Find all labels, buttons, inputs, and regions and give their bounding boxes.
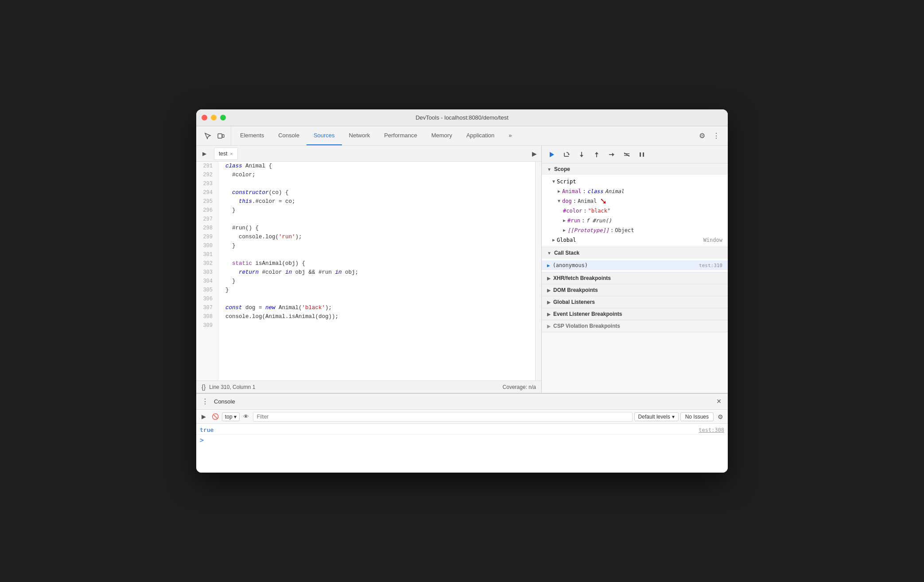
code-line-307: const dog = new Animal('black'); [225, 303, 535, 312]
format-button[interactable]: {} [202, 384, 206, 391]
console-line-true: true test:308 [196, 426, 728, 435]
no-issues-button[interactable]: No Issues [680, 412, 714, 421]
xhr-breakpoints-section: ▶ XHR/fetch Breakpoints [542, 272, 728, 284]
device-toolbar-button[interactable] [215, 130, 227, 142]
tab-sources[interactable]: Sources [307, 126, 342, 145]
tab-more[interactable]: » [501, 126, 519, 145]
dom-breakpoints-header[interactable]: ▶ DOM Breakpoints [542, 284, 728, 296]
global-listeners-section: ▶ Global Listeners [542, 296, 728, 308]
code-line-309 [225, 321, 535, 330]
scope-section: ▼ Scope ▼ Script ▶ Animal : [542, 163, 728, 247]
console-play-button[interactable]: ▶ [199, 412, 209, 422]
scope-script-header[interactable]: ▼ Script [542, 177, 728, 186]
step-over-button[interactable] [560, 148, 573, 161]
scope-animal[interactable]: ▶ Animal : class Animal [542, 186, 728, 196]
resume-button[interactable] [545, 148, 558, 161]
svg-rect-0 [218, 134, 222, 138]
callstack-active-icon: ▶ [547, 263, 550, 268]
csp-section: ▶ CSP Violation Breakpoints [542, 320, 728, 332]
select-element-button[interactable] [202, 130, 214, 142]
console-eye-button[interactable]: 👁 [241, 412, 251, 422]
global-listeners-header[interactable]: ▶ Global Listeners [542, 296, 728, 308]
scope-color: #color : "black" [542, 206, 728, 216]
scope-prototype[interactable]: ▶ [[Prototype]] : Object [542, 225, 728, 235]
xhr-breakpoints-header[interactable]: ▶ XHR/fetch Breakpoints [542, 272, 728, 284]
step-out-button[interactable] [590, 148, 603, 161]
event-listener-label: Event Listener Breakpoints [553, 311, 622, 317]
event-listener-arrow: ▶ [547, 312, 551, 317]
close-button[interactable] [202, 115, 207, 120]
editor-status-bar: {} Line 310, Column 1 Coverage: n/a [196, 380, 541, 393]
callstack-item-anonymous[interactable]: ▶ (anonymous) test:310 [542, 260, 728, 270]
deactivate-breakpoints-button[interactable] [621, 148, 633, 161]
step-button[interactable] [606, 148, 618, 161]
tab-memory[interactable]: Memory [424, 126, 459, 145]
console-prompt[interactable]: > [196, 435, 728, 446]
debugger-panel: ▼ Scope ▼ Script ▶ Animal : [542, 146, 728, 393]
minimize-button[interactable] [211, 115, 217, 120]
console-title: Console [214, 398, 235, 405]
scope-global[interactable]: ▶ Global Window [542, 235, 728, 245]
tab-elements[interactable]: Elements [233, 126, 271, 145]
console-filter-input[interactable] [253, 412, 633, 422]
scope-dog-key: dog [562, 197, 572, 205]
svg-rect-16 [640, 152, 641, 157]
editor-scrollbar[interactable] [535, 162, 541, 380]
console-settings-button[interactable]: ⚙ [715, 412, 725, 422]
tab-console[interactable]: Console [271, 126, 307, 145]
scope-dog[interactable]: ▼ dog : Animal ➘ [542, 196, 728, 206]
red-arrow-1: ➘ [600, 197, 606, 205]
line-numbers: 291 292 293 294 295 296 297 298 299 300 … [196, 162, 218, 380]
tab-network[interactable]: Network [342, 126, 377, 145]
callstack-section-header[interactable]: ▼ Call Stack [542, 247, 728, 259]
code-line-294: constructor(co) { [225, 188, 535, 197]
settings-button[interactable]: ⚙ [696, 130, 708, 142]
tab-application[interactable]: Application [459, 126, 502, 145]
csp-header[interactable]: ▶ CSP Violation Breakpoints [542, 320, 728, 332]
code-line-295: this.#color = co; [225, 197, 535, 206]
code-line-306 [225, 295, 535, 303]
scope-run-key: #run [567, 217, 580, 225]
event-listener-header[interactable]: ▶ Event Listener Breakpoints [542, 308, 728, 320]
coverage-status: Coverage: n/a [503, 384, 536, 390]
devtools-window: DevTools - localhost:8080/demo/test Elem… [196, 109, 728, 473]
code-line-298: #run() { [225, 224, 535, 233]
editor-tab-controls: ▶ [198, 147, 214, 160]
debugger-content[interactable]: ▼ Scope ▼ Script ▶ Animal : [542, 163, 728, 393]
csp-label: CSP Violation Breakpoints [553, 323, 620, 329]
tab-performance[interactable]: Performance [377, 126, 424, 145]
run-snippet-button[interactable]: ▶ [529, 148, 540, 159]
issues-label: No Issues [685, 414, 709, 420]
file-tab-close[interactable]: × [230, 151, 233, 156]
title-bar: DevTools - localhost:8080/demo/test [196, 109, 728, 126]
code-line-305: } [225, 286, 535, 295]
scope-body: ▼ Script ▶ Animal : class Animal [542, 175, 728, 247]
file-tab-test[interactable]: test × [214, 147, 238, 160]
code-line-292: #color; [225, 171, 535, 179]
code-editor[interactable]: 291 292 293 294 295 296 297 298 299 300 … [196, 162, 535, 380]
console-panel: ⋮ Console × ▶ 🚫 top ▾ 👁 Default levels ▾… [196, 393, 728, 473]
debug-toolbar [542, 146, 728, 163]
step-into-button[interactable] [575, 148, 588, 161]
pause-exceptions-button[interactable] [636, 148, 648, 161]
more-options-button[interactable]: ⋮ [710, 130, 722, 142]
open-file-button[interactable]: ▶ [198, 147, 210, 160]
code-line-303: return #color in obj && #run in obj; ➘ [225, 268, 535, 277]
console-location[interactable]: test:308 [699, 427, 724, 433]
scope-section-header[interactable]: ▼ Scope [542, 163, 728, 175]
maximize-button[interactable] [220, 115, 226, 120]
console-header: ⋮ Console × [196, 394, 728, 410]
context-selector[interactable]: top ▾ [222, 412, 240, 421]
svg-marker-2 [550, 152, 554, 157]
scope-run[interactable]: ▶ #run : f #run() [542, 216, 728, 225]
console-clear-button[interactable]: 🚫 [210, 412, 220, 422]
console-menu-button[interactable]: ⋮ [200, 396, 210, 407]
svg-line-13 [624, 153, 629, 156]
traffic-lights [202, 115, 226, 120]
code-line-293 [225, 179, 535, 188]
prompt-icon: > [200, 436, 204, 444]
default-levels-button[interactable]: Default levels ▾ [634, 412, 679, 421]
dom-breakpoints-section: ▶ DOM Breakpoints [542, 284, 728, 296]
console-close-button[interactable]: × [714, 396, 724, 407]
callstack-location: test:310 [699, 263, 722, 268]
